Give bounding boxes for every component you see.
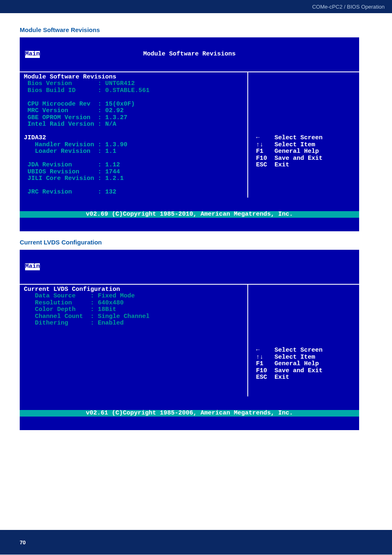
bios2-titlebar: Main (20, 263, 359, 270)
row-mrc-version: MRC Version : 02.92 (24, 107, 124, 114)
row-gbe-version: GBE OPROM Version : 1.3.27 (24, 114, 127, 121)
row-bios-build: Bios Build ID : 0.STABLE.561 (24, 87, 150, 94)
row-loader-rev: Loader Revision : 1.1 (24, 148, 116, 155)
legend-select-screen: ← Select Screen (252, 134, 323, 141)
row-raid-version: Intel Raid Version : N/A (24, 121, 116, 128)
page-header: COMe-cPC2 / BIOS Operation (0, 0, 392, 13)
bios2-right-panel: ← Select Screen ↑↓ Select Item F1 Genera… (248, 285, 359, 396)
bios1-titlebar: MainModule Software Revisions (20, 51, 359, 58)
legend2-save-exit: F10 Save and Exit (252, 367, 323, 374)
row-dithering: Dithering : Enabled (24, 320, 124, 327)
row-data-source: Data Source : Fixed Mode (24, 292, 135, 299)
bios2-copyright: v02.61 (C)Copyright 1985-2006, American … (20, 410, 359, 417)
legend-general-help: F1 General Help (252, 148, 319, 155)
row-ubios-rev: UBIOS Revision : 1744 (24, 168, 120, 175)
bios2-body: Current LVDS Configuration Data Source :… (20, 284, 359, 396)
legend2-exit: ESC Exit (252, 374, 289, 381)
row-jili-rev: JILI Core Revision : 1.2.1 (24, 175, 124, 182)
row-color-depth: Color Depth : 18Bit (24, 306, 116, 313)
bios1-body: Module Software Revisions Bios Version :… (20, 71, 359, 198)
page-number: 70 (20, 539, 25, 546)
content-area: Module Software Revisions MainModule Sof… (0, 13, 392, 430)
row-resolution: Resolution : 640x480 (24, 299, 124, 306)
row-jda-rev: JDA Revision : 1.12 (24, 161, 120, 168)
bios1-tab-main[interactable]: Main (25, 51, 40, 58)
bios1-title: Module Software Revisions (40, 51, 339, 58)
bios2-tab-main[interactable]: Main (25, 263, 40, 270)
bios1-jida-heading: JIDA32 (24, 134, 46, 141)
legend-save-exit: F10 Save and Exit (252, 155, 323, 162)
breadcrumb: COMe-cPC2 / BIOS Operation (312, 4, 385, 10)
row-handler-rev: Handler Revision : 1.3.90 (24, 141, 127, 148)
bios1-right-panel: ← Select Screen ↑↓ Select Item F1 Genera… (248, 72, 359, 198)
row-jrc-rev: JRC Revision : 132 (24, 189, 116, 196)
bios2-heading: Current LVDS Configuration (24, 286, 120, 293)
page-footer: 70 (0, 530, 392, 555)
section2-title: Current LVDS Configuration (20, 239, 376, 246)
legend-exit: ESC Exit (252, 161, 289, 168)
bios2-title (40, 263, 339, 270)
bios-screen-2: Main Current LVDS Configuration Data Sou… (20, 250, 359, 430)
row-bios-version: Bios Version : UNTGR412 (24, 80, 135, 87)
legend-select-item: ↑↓ Select Item (252, 141, 315, 148)
legend2-select-screen: ← Select Screen (252, 347, 323, 354)
row-channel-count: Channel Count : Single Channel (24, 313, 150, 320)
bios2-left-panel: Current LVDS Configuration Data Source :… (20, 285, 248, 396)
bios1-heading: Module Software Revisions (24, 74, 116, 81)
bios1-left-panel: Module Software Revisions Bios Version :… (20, 72, 248, 198)
legend2-select-item: ↑↓ Select Item (252, 354, 315, 361)
row-cpu-microcode: CPU Microcode Rev : 15(0x0F) (24, 101, 135, 108)
legend2-general-help: F1 General Help (252, 360, 319, 367)
bios1-copyright: v02.69 (C)Copyright 1985-2010, American … (20, 211, 359, 218)
bios-screen-1: MainModule Software Revisions Module Sof… (20, 37, 359, 231)
section1-title: Module Software Revisions (20, 26, 376, 33)
